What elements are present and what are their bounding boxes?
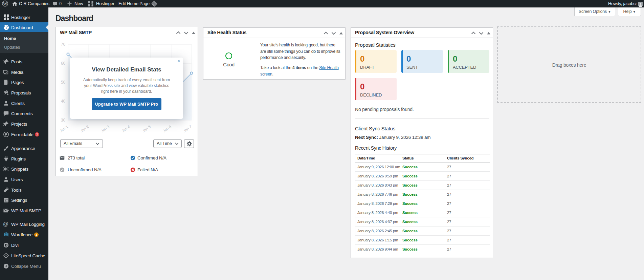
svg-text:50: 50 bbox=[61, 80, 65, 85]
svg-text:Jan 7: Jan 7 bbox=[182, 125, 192, 133]
svg-text:W: W bbox=[3, 1, 7, 6]
svg-text:Jan 3: Jan 3 bbox=[100, 125, 110, 133]
svg-text:Jan 6: Jan 6 bbox=[162, 125, 172, 133]
svg-text:Jan 2: Jan 2 bbox=[80, 125, 89, 133]
svg-text:Jan 4: Jan 4 bbox=[121, 124, 131, 133]
svg-text:30: 30 bbox=[61, 118, 65, 123]
svg-text:Jan 5: Jan 5 bbox=[141, 125, 151, 133]
svg-text:60: 60 bbox=[61, 61, 65, 66]
svg-text:Jan 1: Jan 1 bbox=[59, 125, 69, 133]
svg-text:40: 40 bbox=[61, 99, 65, 104]
svg-text:70: 70 bbox=[61, 42, 65, 47]
